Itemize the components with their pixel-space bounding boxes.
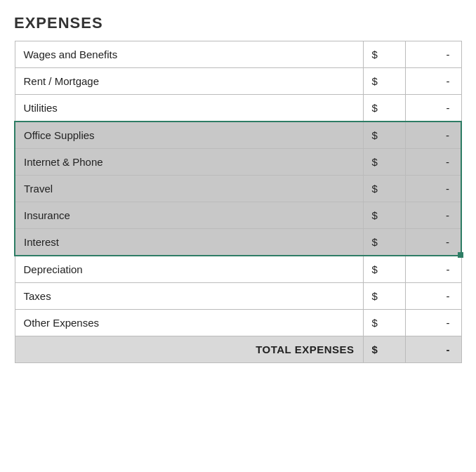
row-value[interactable]: - — [405, 122, 461, 149]
row-label: Travel — [15, 176, 363, 202]
row-currency: $ — [363, 176, 405, 202]
row-currency: $ — [363, 41, 405, 68]
table-row: Depreciation $ - — [15, 256, 461, 283]
table-row-highlighted: Travel $ - — [15, 176, 461, 202]
total-label: TOTAL EXPENSES — [15, 336, 363, 363]
total-currency: $ — [363, 336, 405, 363]
row-value[interactable]: - — [405, 41, 461, 68]
row-currency: $ — [363, 68, 405, 95]
row-label: Other Expenses — [15, 310, 363, 336]
total-row: TOTAL EXPENSES $ - — [15, 336, 461, 363]
row-currency: $ — [363, 95, 405, 122]
row-currency: $ — [363, 229, 405, 256]
row-label: Office Supplies — [15, 122, 363, 149]
row-value[interactable]: - — [405, 95, 461, 122]
table-row-highlighted: Interest $ - — [15, 229, 461, 256]
row-value[interactable]: - — [405, 256, 461, 283]
table-row-highlighted: Internet & Phone $ - — [15, 149, 461, 176]
row-value[interactable]: - — [405, 202, 461, 229]
row-label: Wages and Benefits — [15, 41, 363, 68]
total-value[interactable]: - — [405, 336, 461, 363]
page-title: EXPENSES — [14, 14, 462, 32]
table-row: Taxes $ - — [15, 283, 461, 310]
row-label: Depreciation — [15, 256, 363, 283]
row-value[interactable]: - — [405, 310, 461, 336]
row-value[interactable]: - — [405, 229, 461, 256]
expenses-table: Wages and Benefits $ - Rent / Mortgage $… — [14, 41, 462, 363]
row-value[interactable]: - — [405, 176, 461, 202]
table-row-highlighted: Insurance $ - — [15, 202, 461, 229]
row-currency: $ — [363, 256, 405, 283]
row-value[interactable]: - — [405, 283, 461, 310]
row-label: Insurance — [15, 202, 363, 229]
table-row: Wages and Benefits $ - — [15, 41, 461, 68]
row-currency: $ — [363, 310, 405, 336]
table-row-highlighted: Office Supplies $ - — [15, 122, 461, 149]
row-label: Interest — [15, 229, 363, 256]
row-value[interactable]: - — [405, 68, 461, 95]
row-currency: $ — [363, 202, 405, 229]
row-currency: $ — [363, 122, 405, 149]
row-label: Utilities — [15, 95, 363, 122]
row-label: Internet & Phone — [15, 149, 363, 176]
row-currency: $ — [363, 149, 405, 176]
row-label: Rent / Mortgage — [15, 68, 363, 95]
row-currency: $ — [363, 283, 405, 310]
row-value[interactable]: - — [405, 149, 461, 176]
table-row: Utilities $ - — [15, 95, 461, 122]
table-row: Rent / Mortgage $ - — [15, 68, 461, 95]
row-label: Taxes — [15, 283, 363, 310]
table-row: Other Expenses $ - — [15, 310, 461, 336]
